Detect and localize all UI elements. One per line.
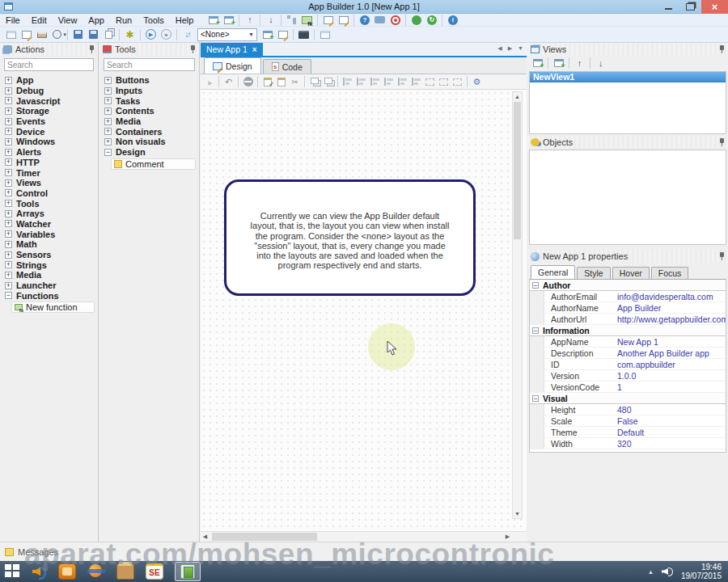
- tree-item-design[interactable]: Design: [99, 147, 199, 158]
- tree-item-launcher[interactable]: Launcher: [0, 280, 98, 291]
- tree-item-media[interactable]: Media: [0, 270, 98, 280]
- property-row-height[interactable]: Height480: [530, 404, 726, 415]
- layout-select[interactable]: <None> ▼: [197, 28, 257, 41]
- scroll-right-icon[interactable]: ▶: [503, 532, 512, 542]
- designer-options-button[interactable]: [470, 75, 484, 88]
- tree-item-watcher[interactable]: Watcher: [0, 219, 98, 230]
- property-value[interactable]: Default: [617, 428, 726, 437]
- tree-item-non-visuals[interactable]: Non visuals: [99, 137, 199, 147]
- expand-icon[interactable]: [5, 108, 12, 115]
- property-row-versioncode[interactable]: VersionCode1: [530, 382, 726, 393]
- tab-scroll-left-icon[interactable]: ◀: [497, 45, 502, 52]
- expand-icon[interactable]: [5, 77, 12, 84]
- tree-item-app[interactable]: App: [0, 75, 98, 86]
- property-value[interactable]: 1.0.0: [617, 371, 726, 381]
- website-button[interactable]: [408, 13, 424, 27]
- property-row-id[interactable]: IDcom.appbuilder: [530, 359, 726, 370]
- align-center-button[interactable]: [354, 75, 368, 88]
- same-width-button[interactable]: [423, 75, 437, 88]
- tree-item-comment[interactable]: Comment: [111, 158, 196, 170]
- property-group-author[interactable]: Author: [530, 280, 726, 291]
- taskbar-app-1-icon[interactable]: [58, 563, 76, 580]
- print-button[interactable]: [34, 27, 49, 41]
- messages-panel[interactable]: Messages: [0, 542, 728, 561]
- support-button[interactable]: [387, 13, 403, 27]
- app-tree-icon[interactable]: [284, 13, 299, 27]
- add-view-button[interactable]: [221, 13, 236, 27]
- property-row-theme[interactable]: ThemeDefault: [530, 427, 726, 438]
- app-builder-taskbar-button[interactable]: [175, 562, 201, 581]
- expand-icon[interactable]: [5, 97, 12, 104]
- tab-close-icon[interactable]: ×: [252, 45, 257, 54]
- tree-item-math[interactable]: Math: [0, 239, 98, 250]
- align-right-button[interactable]: [368, 75, 382, 88]
- property-value[interactable]: False: [617, 416, 726, 426]
- tree-item-sensors[interactable]: Sensors: [0, 250, 98, 260]
- tab-new-app-1[interactable]: New App 1 ×: [201, 43, 263, 56]
- package-app-icon[interactable]: [116, 563, 134, 580]
- move-view-down-button[interactable]: ↓: [593, 57, 608, 70]
- expand-icon[interactable]: [104, 77, 112, 84]
- same-height-button[interactable]: [437, 75, 451, 88]
- expand-icon[interactable]: [104, 87, 112, 95]
- console-button[interactable]: [296, 27, 311, 41]
- move-view-up-button[interactable]: ↑: [572, 57, 587, 70]
- undo-button[interactable]: [222, 75, 235, 88]
- property-group-visual[interactable]: Visual: [530, 393, 726, 404]
- expand-icon[interactable]: [5, 272, 12, 279]
- expand-icon[interactable]: [5, 251, 12, 259]
- property-value[interactable]: info@davidesperalta.com: [617, 292, 726, 302]
- tab-scroll-right-icon[interactable]: ▶: [508, 45, 512, 52]
- menu-tools[interactable]: Tools: [138, 15, 170, 25]
- taskbar-clock[interactable]: 19:46 19/07/2015: [681, 563, 722, 580]
- vertical-scroll-thumb[interactable]: [514, 102, 521, 239]
- paste-button[interactable]: [274, 75, 288, 88]
- expand-icon[interactable]: [5, 230, 12, 238]
- tree-item-alerts[interactable]: Alerts: [0, 147, 98, 158]
- menu-help[interactable]: Help: [170, 15, 200, 25]
- property-value[interactable]: 1: [617, 382, 726, 392]
- close-button[interactable]: [701, 0, 728, 14]
- help-button[interactable]: ?: [357, 13, 372, 27]
- property-row-authoremail[interactable]: AuthorEmailinfo@davidesperalta.com: [530, 291, 726, 302]
- pin-icon[interactable]: [190, 45, 196, 53]
- tab-list-icon[interactable]: ▼: [518, 45, 523, 52]
- menu-run[interactable]: Run: [110, 15, 138, 25]
- align-top-button[interactable]: [396, 75, 409, 88]
- tools-search-input[interactable]: [104, 58, 195, 71]
- select-cursor-button[interactable]: [202, 75, 216, 88]
- add-view-button[interactable]: [530, 57, 545, 70]
- se-app-icon[interactable]: SE: [146, 563, 163, 580]
- collapse-icon[interactable]: [532, 395, 539, 402]
- history-dropdown-button[interactable]: [49, 27, 65, 41]
- tree-item-debug[interactable]: Debug: [0, 86, 98, 96]
- save-button[interactable]: [70, 27, 86, 41]
- sort-button[interactable]: ↓↑: [180, 27, 195, 41]
- expand-icon[interactable]: [104, 138, 112, 146]
- expand-icon[interactable]: [5, 282, 12, 289]
- property-value[interactable]: App Builder: [617, 303, 726, 313]
- stop-button[interactable]: ■: [159, 27, 174, 41]
- new-window-button[interactable]: [3, 27, 19, 41]
- preview-button[interactable]: [19, 27, 34, 41]
- property-group-information[interactable]: Information: [530, 325, 726, 336]
- remove-control-button[interactable]: [241, 75, 255, 88]
- property-value[interactable]: 320: [617, 439, 726, 449]
- expand-icon[interactable]: [5, 220, 12, 227]
- align-middle-button[interactable]: [382, 75, 396, 88]
- menu-file[interactable]: File: [0, 15, 26, 25]
- expand-icon[interactable]: [5, 169, 12, 176]
- collapse-icon[interactable]: [532, 282, 539, 289]
- property-row-description[interactable]: DescriptionAnother App Builder app: [530, 348, 726, 359]
- expand-icon[interactable]: [104, 97, 112, 104]
- align-left-button[interactable]: [341, 75, 354, 88]
- tray-expand-icon[interactable]: ▲: [648, 569, 654, 575]
- move-up-button[interactable]: ↑: [242, 13, 257, 27]
- vertical-scrollbar[interactable]: ▲ ▼: [512, 91, 523, 519]
- panel-layout-button[interactable]: [317, 27, 332, 41]
- tab-focus[interactable]: Focus: [651, 267, 689, 279]
- tree-item-media[interactable]: Media: [99, 116, 199, 127]
- property-row-scale[interactable]: ScaleFalse: [530, 415, 726, 427]
- remove-view-button[interactable]: [551, 57, 566, 70]
- objects-list[interactable]: [529, 150, 726, 245]
